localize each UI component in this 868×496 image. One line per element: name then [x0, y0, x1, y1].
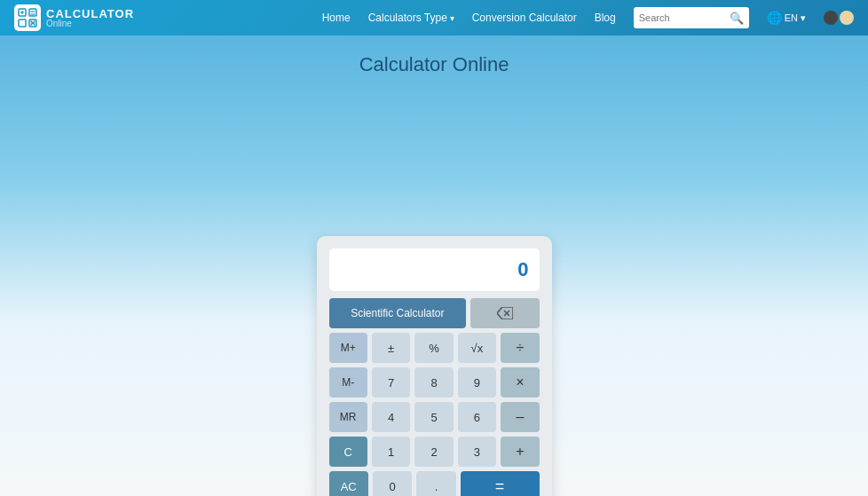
- backspace-button[interactable]: [470, 298, 539, 328]
- nav-home[interactable]: Home: [322, 12, 351, 24]
- search-icon: 🔍: [730, 12, 744, 25]
- clear-button[interactable]: C: [329, 437, 367, 467]
- two-button[interactable]: 2: [414, 437, 453, 467]
- memory-recall-button[interactable]: MR: [329, 402, 367, 432]
- page-title: Calculator Online: [359, 53, 509, 76]
- calculator: 0 Scientific Calculator M+ ± % √x: [317, 236, 552, 496]
- one-button[interactable]: 1: [372, 437, 410, 467]
- seven-button[interactable]: 7: [372, 367, 410, 398]
- nav-blog[interactable]: Blog: [595, 12, 616, 24]
- three-button[interactable]: 3: [458, 437, 496, 467]
- search-button[interactable]: 🔍: [730, 12, 744, 25]
- language-label: EN: [785, 12, 798, 23]
- equals-button[interactable]: =: [461, 471, 540, 496]
- logo-icon: [14, 4, 41, 31]
- five-button[interactable]: 5: [414, 402, 453, 432]
- multiply-button[interactable]: ×: [501, 367, 539, 398]
- search-bar: 🔍: [634, 7, 749, 28]
- calculator-buttons: Scientific Calculator M+ ± % √x ÷: [329, 298, 540, 496]
- logo-online-label: Online: [46, 20, 134, 28]
- six-button[interactable]: 6: [458, 402, 496, 432]
- display-value: 0: [517, 258, 528, 281]
- nav-calculators-type[interactable]: Calculators Type: [368, 12, 454, 24]
- plus-minus-button[interactable]: ±: [372, 333, 410, 363]
- language-selector[interactable]: 🌐 EN ▾: [767, 11, 806, 25]
- button-row-1: Scientific Calculator: [329, 298, 540, 328]
- light-theme-button[interactable]: [840, 11, 854, 25]
- header: CALCULATOR Online Home Calculators Type …: [0, 0, 868, 35]
- divide-button[interactable]: ÷: [501, 333, 539, 363]
- main-content: Calculator Online 0 Scientific Calculato…: [0, 35, 868, 496]
- button-row-6: AC 0 . =: [329, 471, 540, 496]
- dot-button[interactable]: .: [416, 471, 455, 496]
- svg-rect-1: [29, 9, 36, 16]
- scientific-calculator-button[interactable]: Scientific Calculator: [329, 298, 467, 328]
- theme-toggle: [824, 11, 854, 25]
- calculator-display: 0: [329, 248, 540, 291]
- four-button[interactable]: 4: [372, 402, 410, 432]
- logo[interactable]: CALCULATOR Online: [14, 4, 134, 31]
- button-row-3: M- 7 8 9 ×: [329, 367, 540, 398]
- logo-calc-label: CALCULATOR: [46, 8, 134, 20]
- backspace-icon: [497, 307, 513, 319]
- memory-minus-button[interactable]: M-: [329, 367, 367, 398]
- sqrt-button[interactable]: √x: [458, 333, 496, 363]
- globe-icon: 🌐: [767, 11, 782, 25]
- zero-button[interactable]: 0: [373, 471, 412, 496]
- subtract-button[interactable]: –: [501, 402, 539, 432]
- svg-rect-2: [19, 20, 26, 27]
- all-clear-button[interactable]: AC: [329, 471, 368, 496]
- dark-theme-button[interactable]: [824, 11, 838, 25]
- nine-button[interactable]: 9: [458, 367, 496, 398]
- button-row-5: C 1 2 3 +: [329, 437, 540, 467]
- button-row-2: M+ ± % √x ÷: [329, 333, 540, 363]
- add-button[interactable]: +: [501, 437, 539, 467]
- chevron-down-icon: ▾: [801, 12, 806, 24]
- svg-marker-11: [497, 307, 513, 319]
- eight-button[interactable]: 8: [414, 367, 453, 398]
- percent-button[interactable]: %: [414, 333, 453, 363]
- nav: Home Calculators Type Conversion Calcula…: [155, 7, 854, 28]
- nav-conversion-calculator[interactable]: Conversion Calculator: [472, 12, 577, 24]
- button-row-4: MR 4 5 6 –: [329, 402, 540, 432]
- logo-text: CALCULATOR Online: [46, 8, 134, 28]
- search-input[interactable]: [639, 12, 726, 23]
- memory-plus-button[interactable]: M+: [329, 333, 367, 363]
